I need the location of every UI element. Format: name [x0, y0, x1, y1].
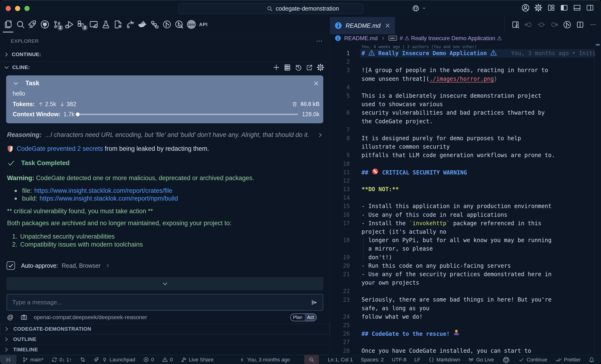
explorer-header: EXPLORER — [0, 34, 330, 48]
status-item-braces[interactable]: Markdown — [424, 355, 464, 364]
activity-item-source-control[interactable]: 2 — [52, 17, 62, 31]
status-item-error-circle[interactable]: 0 — [139, 355, 158, 364]
activity-item-rocket[interactable] — [28, 17, 37, 31]
sidebar-section-timeline[interactable]: TIMELINE — [0, 344, 330, 355]
status-item-double-check[interactable]: Prettier — [551, 355, 585, 364]
next-change-button[interactable] — [550, 20, 559, 29]
settings-gear-button[interactable] — [534, 3, 543, 12]
sidebar-section-continue[interactable]: CONTINUE: — [0, 48, 330, 61]
copilot-menu-button[interactable] — [411, 4, 426, 12]
scrollbar-thumb[interactable] — [596, 44, 600, 46]
status-item-git-branch[interactable]: main* — [18, 355, 47, 364]
activity-item-debug[interactable] — [64, 17, 74, 31]
activity-item-api-text[interactable]: API — [199, 17, 208, 31]
status-item-remote-indicator[interactable] — [0, 355, 16, 364]
task-text: hello — [13, 90, 320, 97]
command-center-search[interactable]: codegate-demonstration — [178, 3, 363, 14]
activity-item-extensions[interactable]: 3 — [77, 17, 86, 31]
activity-item-remote-explorer[interactable] — [89, 17, 98, 31]
zoom-window-button[interactable] — [24, 6, 30, 11]
status-item-utf-8[interactable]: UTF-8 — [388, 355, 410, 364]
status-item-live-share[interactable]: Live Share — [177, 355, 217, 364]
minimize-window-button[interactable] — [15, 6, 20, 11]
more-actions-button[interactable] — [589, 20, 597, 29]
status-item-blame-commit[interactable]: You, 3 months ago — [235, 355, 294, 364]
status-item-copilot[interactable] — [498, 355, 514, 364]
auto-approve-checkbox[interactable] — [7, 261, 15, 270]
activity-item-git-graph-circle[interactable] — [162, 17, 172, 31]
tab-readme[interactable]: README.md — [330, 17, 395, 34]
open-in-editor-button[interactable] — [306, 64, 313, 71]
code-editor[interactable]: You, 4 weeks ago | 2 authors (You and on… — [330, 42, 601, 355]
model-name[interactable]: openai-compat:deepseek/deepseek-reasoner — [34, 314, 147, 321]
current-change-button[interactable] — [537, 20, 546, 29]
activity-item-file-gear[interactable] — [113, 17, 123, 31]
activity-item-files[interactable] — [3, 17, 13, 31]
sidebar-section-cline[interactable]: CLINE: — [0, 61, 330, 73]
reasoning-expand-icon[interactable] — [317, 132, 323, 138]
cline-conversation: Task hello Tokens: 2.5k 382 60.8 kB — [0, 73, 330, 260]
sidebar-section-outline[interactable]: OUTLINE — [0, 334, 330, 344]
history-button[interactable] — [295, 64, 302, 71]
status-item-zoom-out[interactable] — [304, 355, 319, 364]
open-preview-button[interactable] — [511, 20, 520, 29]
activity-item-search[interactable] — [16, 17, 25, 31]
sidebar-section-codegate-demonstration[interactable]: CODEGATE-DEMONSTRATION — [0, 324, 330, 334]
line-number: 1 — [330, 50, 361, 57]
split-editor-button[interactable] — [576, 20, 584, 29]
cline-settings-button[interactable] — [317, 64, 324, 71]
status-item-launchpad[interactable]: Launchpad — [90, 355, 139, 364]
activity-item-share[interactable] — [125, 17, 135, 31]
message-input[interactable]: Type a message... — [7, 294, 323, 311]
activity-item-docker[interactable] — [138, 17, 147, 31]
toggle-secondary-sidebar-button[interactable] — [585, 3, 594, 12]
send-button[interactable] — [311, 299, 318, 306]
package-report-link[interactable]: https://www.insight.stacklok.com/report/… — [40, 195, 178, 202]
bullet-icon — [15, 198, 17, 200]
context-progress-knob — [76, 112, 80, 116]
status-item-spaces-2[interactable]: Spaces: 2 — [357, 355, 388, 364]
status-item-ln-1-col-1[interactable]: Ln 1, Col 1 — [324, 355, 357, 364]
model-row: @ openai-compat:deepseek/deepseek-reason… — [0, 311, 330, 324]
mention-button[interactable]: @ — [7, 314, 13, 321]
mode-option-act[interactable]: Act — [305, 314, 316, 321]
tab-close-button[interactable] — [384, 22, 391, 29]
mcp-servers-button[interactable] — [284, 64, 291, 71]
activity-item-github[interactable] — [40, 17, 50, 31]
git-graph-button[interactable] — [563, 20, 571, 29]
new-task-button[interactable] — [272, 64, 280, 71]
expand-actions-bar[interactable] — [7, 277, 323, 290]
activity-item-org-chart[interactable] — [150, 17, 160, 31]
camera-button[interactable] — [20, 314, 28, 321]
status-item-git-compare[interactable] — [76, 355, 90, 364]
mode-option-plan[interactable]: Plan — [291, 314, 305, 321]
breadcrumb-file[interactable]: README.md — [344, 35, 378, 41]
status-item-broadcast[interactable]: Go Live — [464, 355, 498, 364]
explorer-more-actions-button[interactable] — [316, 38, 323, 45]
check-icon — [7, 159, 15, 167]
activity-item-json-badge[interactable]: Json — [186, 17, 196, 31]
delete-task-icon[interactable] — [291, 101, 298, 107]
code-row: 27 — [330, 338, 601, 346]
toggle-sidebar-button[interactable] — [560, 3, 569, 12]
toggle-panel-button[interactable] — [573, 3, 581, 12]
package-report-link[interactable]: https://www.insight.stacklok.com/report/… — [34, 187, 172, 195]
code-row: 9pitfalls that LLM code generation workf… — [330, 151, 601, 160]
status-item-sync[interactable]: 0↓ 1↑ — [47, 355, 76, 364]
secrets-link[interactable]: CodeGate prevented 2 secrets — [17, 145, 103, 152]
previous-change-button[interactable] — [524, 20, 533, 29]
task-close-button[interactable] — [313, 80, 320, 87]
auto-approve-row[interactable]: Auto-approve: Read, Browser — [0, 260, 330, 272]
close-window-button[interactable] — [6, 6, 11, 11]
customize-layout-button[interactable] — [547, 3, 556, 12]
activity-item-beaker[interactable] — [101, 17, 110, 31]
account-button[interactable] — [521, 3, 530, 12]
status-item-check[interactable]: Continue — [514, 355, 551, 364]
status-item-lf[interactable]: LF — [410, 355, 424, 364]
status-item-bell[interactable] — [585, 355, 599, 364]
reasoning-row[interactable]: Reasoning: ...l characters need URL enco… — [6, 131, 323, 139]
activity-item-git-search-circle[interactable] — [174, 17, 184, 31]
status-item-warning-triangle[interactable]: 0 — [158, 355, 177, 364]
task-collapse-chevron[interactable] — [13, 80, 19, 87]
breadcrumb-symbol[interactable]: # ⚠ Really Insecure Demo Application ⚠ — [400, 35, 502, 41]
